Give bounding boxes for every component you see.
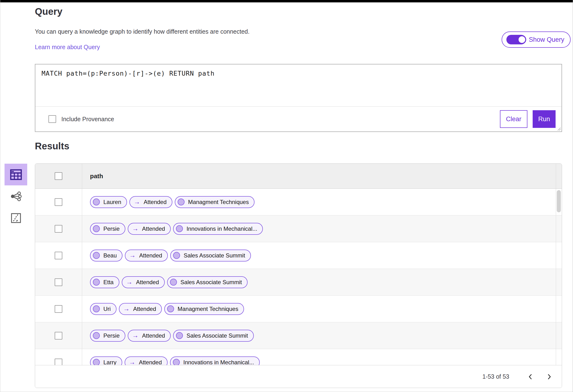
toggle-on-icon[interactable]: [506, 35, 526, 44]
scrollbar-track[interactable]: [556, 242, 562, 269]
edge-label: Attended: [142, 332, 165, 339]
path-cell: Persie → Attended Innovations in Mechani…: [82, 215, 556, 242]
page-title: Query: [35, 6, 63, 17]
clear-button[interactable]: Clear: [500, 110, 527, 128]
row-checkbox[interactable]: [55, 358, 62, 365]
previous-page-button[interactable]: [525, 372, 536, 382]
row-checkbox[interactable]: [55, 332, 62, 340]
edge-pill[interactable]: → Attended: [122, 276, 165, 288]
show-query-toggle[interactable]: Show Query: [501, 32, 571, 48]
row-checkbox[interactable]: [55, 305, 62, 313]
edge-label: Attended: [139, 359, 162, 365]
source-node-pill[interactable]: Persie: [90, 330, 125, 342]
target-node-pill[interactable]: Managment Techniques: [175, 196, 254, 208]
scrollbar-track[interactable]: [556, 296, 562, 322]
table-row: Persie → Attended Innovations in Mechani…: [35, 215, 562, 242]
edge-pill[interactable]: → Attended: [128, 223, 171, 235]
scrollbar-track[interactable]: [556, 215, 562, 242]
node-icon: [173, 252, 180, 259]
source-node-label: Uri: [103, 306, 111, 312]
pagination-bar: 1-53 of 53: [35, 365, 562, 388]
toggle-knob: [518, 35, 526, 44]
table-row: Lauren → Attended Managment Techniques: [35, 189, 562, 215]
include-provenance-checkbox[interactable]: [49, 115, 56, 123]
edge-label: Attended: [139, 252, 162, 259]
query-page: Query You can query a knowledge graph to…: [0, 0, 573, 392]
scrollbar-track[interactable]: [556, 269, 562, 295]
target-node-label: Sales Associate Summit: [184, 252, 245, 259]
results-heading: Results: [35, 141, 70, 152]
query-controls-bar: Include Provenance Clear Run: [35, 106, 562, 132]
path-cell: Persie → Attended Sales Associate Summit: [82, 322, 556, 349]
results-table-body: Lauren → Attended Managment Techniques: [35, 189, 562, 365]
run-button[interactable]: Run: [533, 110, 555, 128]
table-view-button[interactable]: [4, 164, 27, 185]
table-row: Persie → Attended Sales Associate Summit: [35, 322, 562, 349]
row-select-cell: [35, 189, 82, 215]
node-icon: [93, 359, 100, 365]
row-select-cell: [35, 215, 82, 242]
node-icon: [178, 199, 185, 205]
query-code-input[interactable]: MATCH path=(p:Person)-[r]->(e) RETURN pa…: [35, 64, 562, 106]
target-node-pill[interactable]: Sales Associate Summit: [173, 330, 253, 342]
edge-pill[interactable]: → Attended: [119, 303, 162, 315]
node-icon: [167, 305, 174, 312]
source-node-pill[interactable]: Lauren: [90, 196, 127, 208]
row-checkbox[interactable]: [55, 225, 62, 233]
target-node-label: Sales Associate Summit: [180, 279, 242, 286]
path-cell: Uri → Attended Managment Techniques: [82, 296, 556, 322]
node-icon: [176, 332, 183, 339]
scrollbar-track[interactable]: [556, 349, 562, 365]
target-node-label: Innovations in Mechanical...: [183, 359, 254, 365]
table-view-icon: [10, 169, 22, 180]
source-node-pill[interactable]: Beau: [90, 250, 123, 261]
arrow-right-icon: →: [134, 199, 140, 205]
node-icon: [170, 279, 177, 286]
target-node-label: Sales Associate Summit: [186, 332, 248, 339]
target-node-pill[interactable]: Managment Techniques: [164, 303, 244, 315]
node-icon: [93, 332, 100, 339]
arrow-right-icon: →: [126, 279, 132, 285]
edge-label: Attended: [133, 306, 156, 312]
row-checkbox[interactable]: [55, 198, 62, 206]
edge-label: Attended: [136, 279, 159, 286]
path-cell: Larry → Attended Innovations in Mechanic…: [82, 349, 556, 365]
chart-view-button[interactable]: [4, 207, 27, 229]
target-node-pill[interactable]: Innovations in Mechanical...: [173, 223, 263, 235]
target-node-pill[interactable]: Sales Associate Summit: [167, 276, 248, 288]
node-icon: [173, 359, 180, 365]
page-range-label: 1-53 of 53: [482, 373, 509, 380]
network-view-button[interactable]: [4, 185, 27, 207]
source-node-label: Beau: [103, 252, 117, 259]
arrow-right-icon: →: [129, 359, 135, 365]
target-node-pill[interactable]: Sales Associate Summit: [170, 250, 251, 261]
table-row: Etta → Attended Sales Associate Summit: [35, 269, 562, 296]
edge-pill[interactable]: → Attended: [125, 250, 168, 261]
edge-pill[interactable]: → Attended: [125, 357, 168, 365]
source-node-label: Persie: [103, 332, 120, 339]
row-select-cell: [35, 242, 82, 269]
row-checkbox[interactable]: [55, 278, 62, 286]
edge-pill[interactable]: → Attended: [128, 330, 171, 342]
row-checkbox[interactable]: [55, 252, 62, 259]
source-node-label: Etta: [103, 279, 114, 286]
scrollbar-track[interactable]: [556, 322, 562, 349]
target-node-label: Managment Techniques: [188, 199, 249, 205]
query-editor-panel: MATCH path=(p:Person)-[r]->(e) RETURN pa…: [35, 64, 562, 132]
chevron-left-icon: [528, 373, 533, 380]
source-node-pill[interactable]: Uri: [90, 303, 117, 315]
window-top-bar: [0, 0, 573, 2]
network-view-icon: [10, 191, 22, 202]
resize-handle-icon[interactable]: [557, 127, 561, 131]
target-node-pill[interactable]: Innovations in Mechanical...: [170, 357, 260, 365]
arrow-right-icon: →: [129, 252, 136, 259]
scrollbar-thumb[interactable]: [557, 190, 561, 212]
select-all-checkbox[interactable]: [55, 172, 62, 180]
node-icon: [93, 199, 100, 205]
next-page-button[interactable]: [544, 372, 555, 382]
source-node-pill[interactable]: Larry: [90, 357, 122, 365]
edge-pill[interactable]: → Attended: [129, 196, 172, 208]
source-node-pill[interactable]: Etta: [90, 276, 119, 288]
source-node-pill[interactable]: Persie: [90, 223, 125, 235]
learn-more-link[interactable]: Learn more about Query: [35, 44, 100, 51]
